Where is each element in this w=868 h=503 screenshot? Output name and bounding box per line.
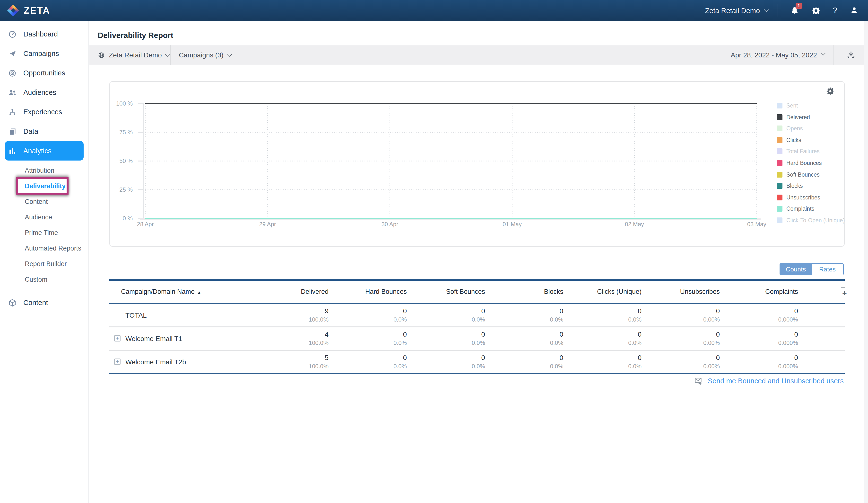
column-header[interactable]: Unsubscribes <box>641 288 720 295</box>
metric-rate: 0.0% <box>407 316 485 323</box>
zeta-brand[interactable]: ZETA <box>0 4 50 16</box>
table-row: Welcome Email T2b 5 100.0% <box>109 351 845 374</box>
sidebar-item[interactable]: Experiences <box>0 102 89 122</box>
rates-tab[interactable]: Rates <box>812 264 843 275</box>
legend-label: Delivered <box>786 114 810 120</box>
metric-count: 0 <box>641 354 720 361</box>
metric-cell: 0 0.0% <box>563 307 641 323</box>
export-download-button[interactable] <box>834 45 868 65</box>
sidebar-subitem-label: Attribution <box>25 167 54 174</box>
sidebar-subitem[interactable]: Custom <box>0 271 89 287</box>
scrollbar[interactable] <box>864 21 868 503</box>
counts-rates-toggle: Counts Rates <box>779 263 844 275</box>
sidebar-item[interactable]: Analytics <box>5 141 84 161</box>
legend-item[interactable]: Opens <box>777 125 803 131</box>
metric-cell: 0 0.000% <box>720 307 798 323</box>
sidebar-subitem[interactable]: Audience <box>0 209 89 225</box>
metric-count: 0 <box>407 307 485 315</box>
column-header[interactable]: Hard Bounces <box>329 288 407 295</box>
add-column-button[interactable] <box>841 288 845 300</box>
account-switcher[interactable]: Zeta Retail Demo <box>705 7 768 14</box>
metric-cell: 0 0.0% <box>329 354 407 370</box>
legend-item[interactable]: Sent <box>777 103 798 109</box>
legend-label: Hard Bounces <box>786 160 822 166</box>
help-button[interactable]: ? <box>833 6 837 14</box>
legend-item[interactable]: Blocks <box>777 183 803 189</box>
column-header[interactable]: Soft Bounces <box>407 288 485 295</box>
page-title: Deliverability Report <box>98 31 173 40</box>
sidebar-subitem[interactable]: Automated Reports <box>0 240 89 256</box>
metric-cell: 0 0.0% <box>485 354 563 370</box>
sidebar-item[interactable]: Dashboard <box>0 24 89 44</box>
metric-count: 9 <box>250 307 329 315</box>
account-name: Zeta Retail Demo <box>705 7 760 14</box>
chart-plot-area[interactable] <box>138 101 763 225</box>
campaigns-filter-dropdown[interactable]: Campaigns (3) <box>170 51 231 59</box>
metric-cell: 0 0.0% <box>407 330 485 346</box>
column-header[interactable]: Complaints <box>720 288 798 295</box>
sidebar-item[interactable]: Opportunities <box>0 63 89 83</box>
legend-item[interactable]: Clicks <box>777 137 801 143</box>
sidebar-subitem[interactable]: Content <box>0 194 89 209</box>
sidebar-subitem-label: Deliverability <box>25 182 65 190</box>
sidebar-subitem[interactable]: Report Builder <box>0 256 89 271</box>
sidebar-item-label: Content <box>23 299 48 306</box>
campaign-name: Welcome Email T2b <box>125 358 186 365</box>
metric-cell: 0 0.0% <box>485 307 563 323</box>
metric-rate: 0.0% <box>485 340 563 346</box>
metric-rate: 0.0% <box>329 316 407 323</box>
column-header-campaign[interactable]: Campaign/Domain Name <box>109 288 250 295</box>
chart-settings-button[interactable] <box>826 87 835 95</box>
dashboard-icon <box>8 30 17 38</box>
column-header[interactable]: Blocks <box>485 288 563 295</box>
expand-row-icon[interactable] <box>114 359 121 365</box>
account-filter-dropdown[interactable]: Zeta Retail Demo <box>90 51 170 59</box>
legend-item[interactable]: Soft Bounces <box>777 171 820 177</box>
send-bounced-link[interactable]: Send me Bounced and Unsubscribed users <box>694 376 844 385</box>
metric-count: 0 <box>407 330 485 338</box>
legend-item[interactable]: Complaints <box>777 206 814 212</box>
user-menu-button[interactable] <box>850 6 858 14</box>
metric-cell: 4 100.0% <box>250 330 329 346</box>
legend-label: Sent <box>786 103 798 109</box>
opportunities-icon <box>8 69 17 77</box>
campaign-name-cell[interactable]: Welcome Email T1 <box>109 334 250 342</box>
sidebar-subitem[interactable]: Prime Time <box>0 225 89 240</box>
sidebar-subitem[interactable]: Attribution <box>0 162 89 178</box>
table-row: TOTAL 9 100.0% 0 <box>109 304 845 327</box>
sidebar-item[interactable]: Content <box>0 293 89 312</box>
metric-rate: 0.000% <box>720 316 798 323</box>
legend-item[interactable]: Delivered <box>777 114 810 120</box>
notifications-button[interactable]: 1 <box>790 6 799 15</box>
metric-count: 0 <box>720 354 798 361</box>
campaign-name-cell[interactable]: TOTAL <box>109 311 250 319</box>
sidebar-subitem-label: Audience <box>25 213 52 221</box>
legend-item[interactable]: Click-To-Open (Unique) <box>777 218 845 223</box>
metric-rate: 0.00% <box>641 363 720 370</box>
campaign-name-cell[interactable]: Welcome Email T2b <box>109 358 250 365</box>
gear-icon <box>812 6 820 15</box>
column-header[interactable]: Clicks (Unique) <box>563 288 641 295</box>
sidebar-subitem[interactable]: Deliverability <box>0 178 89 194</box>
counts-tab[interactable]: Counts <box>780 264 812 275</box>
sidebar-item[interactable]: Audiences <box>0 83 89 102</box>
metric-count: 0 <box>720 330 798 338</box>
legend-item[interactable]: Unsubscribes <box>777 194 820 200</box>
expand-row-icon[interactable] <box>114 335 121 342</box>
legend-item[interactable]: Hard Bounces <box>777 160 822 166</box>
email-send-icon <box>694 376 703 385</box>
sidebar-subitem-label: Content <box>25 198 48 205</box>
metric-rate: 0.0% <box>407 340 485 346</box>
metric-rate: 0.0% <box>329 363 407 370</box>
sidebar-item[interactable]: Campaigns <box>0 44 89 63</box>
sidebar-item[interactable]: Data <box>0 122 89 141</box>
legend-item[interactable]: Total Failures <box>777 149 820 154</box>
settings-button[interactable] <box>812 6 820 15</box>
legend-label: Clicks <box>786 137 801 143</box>
x-tick-label: 28 Apr <box>126 221 165 228</box>
metric-rate: 0.0% <box>563 340 641 346</box>
metric-count: 5 <box>250 354 329 361</box>
analytics-icon <box>8 147 17 155</box>
column-header[interactable]: Delivered <box>250 288 329 295</box>
date-range-picker[interactable]: Apr 28, 2022 - May 05, 2022 <box>731 51 834 59</box>
